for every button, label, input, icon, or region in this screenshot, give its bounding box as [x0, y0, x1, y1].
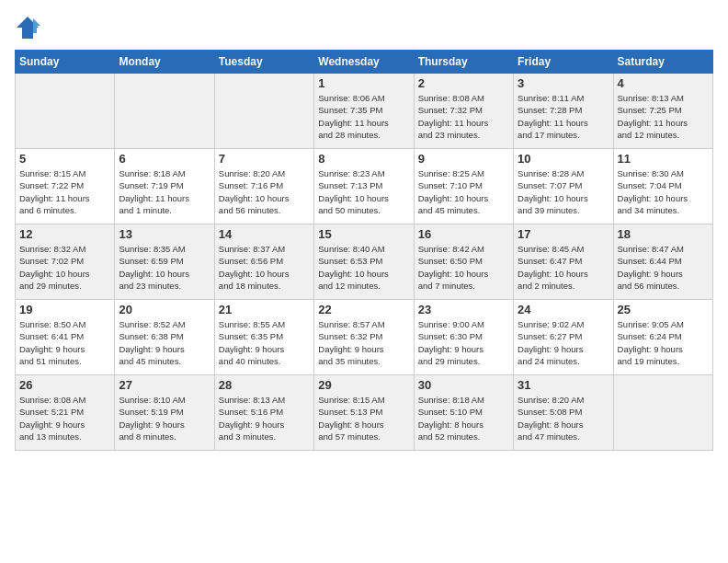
calendar-week-row: 26Sunrise: 8:08 AM Sunset: 5:21 PM Dayli… [16, 375, 713, 451]
logo [15, 15, 44, 40]
day-number: 2 [418, 76, 509, 90]
day-number: 30 [418, 378, 509, 392]
day-info: Sunrise: 8:15 AM Sunset: 5:13 PM Dayligh… [318, 394, 409, 442]
day-info: Sunrise: 8:50 AM Sunset: 6:41 PM Dayligh… [19, 318, 110, 367]
day-info: Sunrise: 9:05 AM Sunset: 6:24 PM Dayligh… [618, 318, 709, 367]
calendar-cell: 1Sunrise: 8:06 AM Sunset: 7:35 PM Daylig… [314, 74, 414, 149]
day-number: 28 [219, 378, 310, 392]
day-info: Sunrise: 8:40 AM Sunset: 6:53 PM Dayligh… [318, 243, 409, 292]
weekday-header: Saturday [613, 51, 712, 74]
calendar-cell: 2Sunrise: 8:08 AM Sunset: 7:32 PM Daylig… [414, 74, 513, 149]
calendar-cell: 11Sunrise: 8:30 AM Sunset: 7:04 PM Dayli… [613, 149, 712, 224]
day-number: 7 [219, 152, 310, 166]
logo-icon [15, 15, 40, 40]
day-info: Sunrise: 8:23 AM Sunset: 7:13 PM Dayligh… [318, 167, 409, 216]
day-number: 21 [219, 303, 310, 316]
day-number: 1 [318, 76, 409, 90]
day-number: 24 [518, 303, 609, 316]
day-number: 31 [518, 378, 609, 392]
day-number: 20 [119, 303, 210, 316]
calendar-week-row: 1Sunrise: 8:06 AM Sunset: 7:35 PM Daylig… [16, 74, 713, 149]
weekday-header: Sunday [16, 51, 115, 74]
day-number: 26 [19, 378, 110, 392]
calendar-cell: 30Sunrise: 8:18 AM Sunset: 5:10 PM Dayli… [414, 375, 513, 451]
calendar-cell: 25Sunrise: 9:05 AM Sunset: 6:24 PM Dayli… [613, 300, 712, 375]
day-number: 27 [119, 378, 210, 392]
day-info: Sunrise: 8:18 AM Sunset: 5:10 PM Dayligh… [418, 394, 509, 442]
calendar-week-row: 5Sunrise: 8:15 AM Sunset: 7:22 PM Daylig… [16, 149, 713, 224]
calendar-cell: 8Sunrise: 8:23 AM Sunset: 7:13 PM Daylig… [314, 149, 414, 224]
weekday-header: Tuesday [214, 51, 313, 74]
calendar-week-row: 12Sunrise: 8:32 AM Sunset: 7:02 PM Dayli… [16, 224, 713, 300]
svg-marker-1 [33, 18, 40, 33]
day-info: Sunrise: 8:52 AM Sunset: 6:38 PM Dayligh… [119, 318, 210, 367]
calendar-cell [613, 375, 712, 451]
calendar-cell: 14Sunrise: 8:37 AM Sunset: 6:56 PM Dayli… [214, 224, 313, 300]
day-info: Sunrise: 8:08 AM Sunset: 7:32 PM Dayligh… [418, 92, 509, 141]
day-number: 9 [418, 152, 509, 166]
day-info: Sunrise: 8:55 AM Sunset: 6:35 PM Dayligh… [219, 318, 310, 367]
calendar-cell: 31Sunrise: 8:20 AM Sunset: 5:08 PM Dayli… [514, 375, 613, 451]
weekday-header: Friday [514, 51, 613, 74]
day-number: 10 [518, 152, 609, 166]
calendar-cell: 12Sunrise: 8:32 AM Sunset: 7:02 PM Dayli… [16, 224, 115, 300]
calendar-table: SundayMondayTuesdayWednesdayThursdayFrid… [15, 50, 713, 451]
day-number: 14 [219, 227, 310, 241]
day-number: 4 [618, 76, 709, 90]
day-info: Sunrise: 8:37 AM Sunset: 6:56 PM Dayligh… [219, 243, 310, 292]
day-info: Sunrise: 8:15 AM Sunset: 7:22 PM Dayligh… [19, 167, 110, 216]
calendar-cell: 7Sunrise: 8:20 AM Sunset: 7:16 PM Daylig… [214, 149, 313, 224]
calendar-cell: 20Sunrise: 8:52 AM Sunset: 6:38 PM Dayli… [115, 300, 214, 375]
day-info: Sunrise: 8:20 AM Sunset: 5:08 PM Dayligh… [518, 394, 609, 442]
day-info: Sunrise: 9:00 AM Sunset: 6:30 PM Dayligh… [418, 318, 509, 367]
weekday-header: Wednesday [314, 51, 414, 74]
calendar-cell: 3Sunrise: 8:11 AM Sunset: 7:28 PM Daylig… [514, 74, 613, 149]
calendar-cell [115, 74, 214, 149]
calendar-cell: 10Sunrise: 8:28 AM Sunset: 7:07 PM Dayli… [514, 149, 613, 224]
day-number: 12 [19, 227, 110, 241]
calendar-cell: 22Sunrise: 8:57 AM Sunset: 6:32 PM Dayli… [314, 300, 414, 375]
day-info: Sunrise: 8:20 AM Sunset: 7:16 PM Dayligh… [219, 167, 310, 216]
day-info: Sunrise: 8:13 AM Sunset: 7:25 PM Dayligh… [618, 92, 709, 141]
calendar-cell: 4Sunrise: 8:13 AM Sunset: 7:25 PM Daylig… [613, 74, 712, 149]
day-number: 19 [19, 303, 110, 316]
day-info: Sunrise: 8:28 AM Sunset: 7:07 PM Dayligh… [518, 167, 609, 216]
day-number: 17 [518, 227, 609, 241]
calendar-cell [16, 74, 115, 149]
calendar-cell: 5Sunrise: 8:15 AM Sunset: 7:22 PM Daylig… [16, 149, 115, 224]
day-number: 3 [518, 76, 609, 90]
calendar-cell: 15Sunrise: 8:40 AM Sunset: 6:53 PM Dayli… [314, 224, 414, 300]
calendar-cell: 16Sunrise: 8:42 AM Sunset: 6:50 PM Dayli… [414, 224, 513, 300]
calendar-cell: 6Sunrise: 8:18 AM Sunset: 7:19 PM Daylig… [115, 149, 214, 224]
calendar-cell: 17Sunrise: 8:45 AM Sunset: 6:47 PM Dayli… [514, 224, 613, 300]
day-info: Sunrise: 8:32 AM Sunset: 7:02 PM Dayligh… [19, 243, 110, 292]
weekday-header-row: SundayMondayTuesdayWednesdayThursdayFrid… [16, 51, 713, 74]
day-number: 22 [318, 303, 409, 316]
day-number: 18 [618, 227, 709, 241]
day-number: 13 [119, 227, 210, 241]
day-info: Sunrise: 8:08 AM Sunset: 5:21 PM Dayligh… [19, 394, 110, 442]
day-info: Sunrise: 8:25 AM Sunset: 7:10 PM Dayligh… [418, 167, 509, 216]
day-info: Sunrise: 8:45 AM Sunset: 6:47 PM Dayligh… [518, 243, 609, 292]
day-number: 5 [19, 152, 110, 166]
calendar-cell: 9Sunrise: 8:25 AM Sunset: 7:10 PM Daylig… [414, 149, 513, 224]
day-number: 25 [618, 303, 709, 316]
calendar-cell: 28Sunrise: 8:13 AM Sunset: 5:16 PM Dayli… [214, 375, 313, 451]
weekday-header: Thursday [414, 51, 513, 74]
page: SundayMondayTuesdayWednesdayThursdayFrid… [0, 0, 728, 563]
weekday-header: Monday [115, 51, 214, 74]
day-number: 8 [318, 152, 409, 166]
calendar-cell: 29Sunrise: 8:15 AM Sunset: 5:13 PM Dayli… [314, 375, 414, 451]
day-number: 23 [418, 303, 509, 316]
calendar-week-row: 19Sunrise: 8:50 AM Sunset: 6:41 PM Dayli… [16, 300, 713, 375]
day-info: Sunrise: 8:10 AM Sunset: 5:19 PM Dayligh… [119, 394, 210, 442]
day-info: Sunrise: 9:02 AM Sunset: 6:27 PM Dayligh… [518, 318, 609, 367]
header [15, 15, 713, 40]
day-info: Sunrise: 8:13 AM Sunset: 5:16 PM Dayligh… [219, 394, 310, 442]
calendar-cell [214, 74, 313, 149]
day-number: 6 [119, 152, 210, 166]
calendar-cell: 27Sunrise: 8:10 AM Sunset: 5:19 PM Dayli… [115, 375, 214, 451]
day-number: 16 [418, 227, 509, 241]
day-info: Sunrise: 8:57 AM Sunset: 6:32 PM Dayligh… [318, 318, 409, 367]
calendar-cell: 19Sunrise: 8:50 AM Sunset: 6:41 PM Dayli… [16, 300, 115, 375]
